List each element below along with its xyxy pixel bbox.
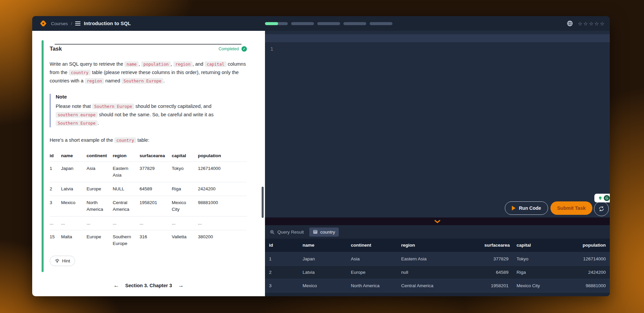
table-row: 1JapanAsiaEastern Asia377829Tokyo1267140…	[265, 252, 610, 265]
task-panel-scrollbar[interactable]	[262, 187, 264, 218]
table-cell: Malta	[61, 230, 87, 251]
table-row: 3MexicoNorth AmericaCentral America19582…	[50, 196, 247, 216]
star-outline-icon[interactable]: ☆	[589, 21, 593, 26]
table-cell: Japan	[61, 162, 87, 182]
progress-fill	[265, 22, 278, 25]
run-code-button[interactable]: Run Code	[505, 201, 548, 215]
editor-toolbar-strip	[265, 34, 610, 42]
table-cell: Europe	[87, 182, 113, 196]
table-cell: 377829	[480, 252, 513, 265]
next-row-partial	[265, 292, 610, 296]
lightbulb-icon	[55, 258, 60, 263]
table-cell: ...	[140, 216, 172, 230]
column-header: continent	[87, 151, 113, 162]
extension-lightbulb-icon[interactable]	[598, 196, 603, 201]
progress-segment	[317, 22, 340, 25]
column-header: region	[397, 239, 480, 252]
text-run: .	[98, 120, 99, 126]
table-cell: Tokyo	[172, 162, 198, 182]
text-run: Here's a short example of the	[50, 137, 114, 143]
table-cell: Valletta	[172, 230, 198, 251]
table-cell: 316	[140, 230, 172, 251]
table-cell: 1958201	[480, 279, 513, 292]
table-cell: 2	[265, 265, 299, 279]
table-row: .....................	[50, 216, 247, 230]
text-run: table:	[136, 137, 150, 143]
text-run: .	[163, 78, 165, 83]
column-header: continent	[347, 239, 397, 252]
table-cell: 126714000	[566, 252, 610, 265]
tab-query-result[interactable]: Query Result	[270, 230, 304, 235]
inline-code: Southern Europe	[92, 104, 134, 109]
scrolled-content-edge	[55, 44, 241, 45]
table-row: 15MaltaEuropeSouthern Europe316Valletta3…	[50, 230, 247, 251]
app-logo-icon[interactable]	[40, 20, 47, 27]
star-outline-icon[interactable]: ☆	[600, 21, 604, 26]
task-header: Task Completed ✓	[50, 46, 247, 52]
table-cell: ...	[61, 216, 87, 230]
table-cell: 1	[265, 252, 299, 265]
column-header: population	[566, 239, 610, 252]
top-bar: Courses / Introduction to SQL ☆☆☆☆☆	[32, 16, 610, 31]
table-cell: ...	[172, 216, 198, 230]
table-cell: 15	[50, 230, 61, 251]
column-header: capital	[513, 239, 566, 252]
table-cell: Riga	[513, 265, 566, 279]
tab-country-label: country	[320, 230, 335, 235]
tab-country[interactable]: country	[309, 228, 339, 237]
table-cell: Mexico	[61, 196, 87, 216]
topbar-right-controls: ☆☆☆☆☆	[567, 16, 604, 31]
status-badge: Completed ✓	[219, 46, 247, 52]
table-row: 2LatviaEuropeNULL64589Riga2424200	[50, 182, 247, 196]
table-cell: Asia	[347, 252, 397, 265]
note-heading: Note	[56, 94, 247, 100]
inline-code: country	[114, 137, 136, 143]
table-row: 2LatviaEuropenull64589Riga2424200	[265, 265, 610, 279]
column-header: name	[61, 151, 87, 162]
star-outline-icon[interactable]: ☆	[578, 21, 582, 26]
column-header: id	[265, 239, 299, 252]
table-cell: Central America	[113, 196, 140, 216]
extension-g-icon[interactable]: G	[604, 195, 610, 201]
task-heading: Task	[50, 46, 62, 52]
prev-chapter-arrow-icon[interactable]: ←	[113, 282, 119, 289]
progress-segment	[343, 22, 366, 25]
table-cell: ...	[50, 216, 61, 230]
progress-segment	[265, 22, 288, 25]
inline-code: country	[69, 70, 91, 75]
table-row: 3MexicoNorth AmericaCentral America19582…	[265, 279, 610, 292]
chapter-navigation: ← Section 3. Chapter 3 →	[32, 282, 265, 289]
example-table-intro: Here's a short example of the country ta…	[50, 136, 247, 144]
table-cell: 380200	[198, 230, 247, 251]
star-outline-icon[interactable]: ☆	[594, 21, 599, 26]
breadcrumb-courses[interactable]: Courses	[51, 21, 68, 26]
collapse-chevron-icon[interactable]	[434, 220, 440, 223]
course-menu-icon[interactable]	[75, 21, 80, 25]
hint-button[interactable]: Hint	[50, 256, 75, 266]
next-chapter-arrow-icon[interactable]: →	[178, 282, 184, 289]
text-run: , and	[193, 61, 205, 67]
star-outline-icon[interactable]: ☆	[583, 21, 588, 26]
desktop-background: Courses / Introduction to SQL ☆☆☆☆☆	[0, 0, 644, 313]
inline-code: population	[141, 61, 170, 67]
table-cell: Europe	[347, 265, 397, 279]
globe-icon[interactable]	[567, 20, 573, 27]
table-grid-icon	[313, 230, 318, 234]
table-cell: Mexico	[299, 279, 347, 292]
table-cell: Southern Europe	[113, 230, 140, 251]
refresh-icon	[598, 206, 604, 212]
column-header: population	[198, 151, 247, 162]
breadcrumb-separator: /	[71, 21, 72, 26]
table-cell: Europe	[87, 230, 113, 251]
main-split: Task Completed ✓ Write an SQL query to r…	[32, 31, 610, 296]
inline-code: Southern Europe	[56, 120, 98, 126]
submit-task-button[interactable]: Submit Task	[550, 201, 592, 215]
table-cell: 377829	[140, 162, 172, 182]
course-title: Introduction to SQL	[84, 21, 131, 26]
reset-code-button[interactable]	[594, 201, 609, 216]
query-results-table: idnamecontinentregionsurfaceareacapitalp…	[265, 239, 610, 292]
column-header: surfacearea	[140, 151, 172, 162]
table-cell: 98881000	[198, 196, 247, 216]
code-editor-panel[interactable]: 1 Run Code Submit Task	[265, 31, 610, 296]
table-cell: 3	[265, 279, 299, 292]
